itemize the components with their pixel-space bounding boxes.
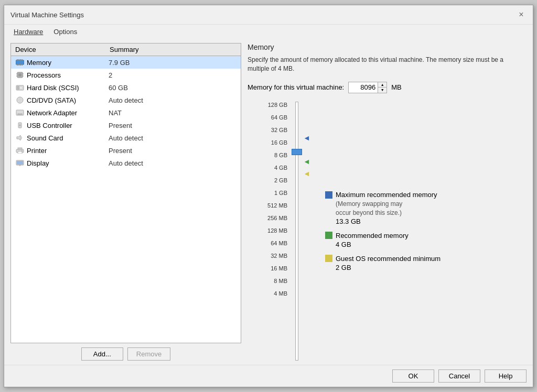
main-content: Device Summary Memory 7.9 GB Processors … bbox=[4, 39, 533, 365]
spin-up-button[interactable]: ▲ bbox=[378, 82, 386, 88]
guest-memory-marker: ◄ bbox=[303, 170, 310, 177]
title-bar: Virtual Machine Settings × bbox=[4, 5, 533, 25]
menu-bar: Hardware Options bbox=[4, 25, 533, 39]
legend-guest-box bbox=[325, 255, 332, 262]
row-summary-network: NAT bbox=[109, 109, 237, 117]
ok-button[interactable]: OK bbox=[392, 369, 434, 383]
scale-label-7: 1 GB bbox=[274, 190, 287, 196]
legend-guest-memory: Guest OS recommended minimum 2 GB bbox=[325, 255, 527, 271]
row-name-usb: USB Controller bbox=[27, 122, 109, 129]
row-name-sound: Sound Card bbox=[27, 134, 109, 142]
col-device-header: Device bbox=[15, 46, 110, 53]
scale-label-13: 16 MB bbox=[271, 265, 287, 271]
svg-rect-4 bbox=[22, 59, 23, 61]
section-title: Memory bbox=[248, 43, 527, 51]
svg-point-30 bbox=[19, 125, 21, 126]
row-name-harddisk: Hard Disk (SCSI) bbox=[27, 84, 109, 92]
scale-label-12: 32 MB bbox=[271, 253, 287, 259]
menu-hardware[interactable]: Hardware bbox=[10, 27, 46, 37]
slider-area: 128 GB64 GB32 GB16 GB8 GB4 GB2 GB1 GB512… bbox=[248, 102, 527, 361]
legend-rec-title: Recommended memory bbox=[336, 232, 409, 239]
virtual-machine-settings-dialog: Virtual Machine Settings × Hardware Opti… bbox=[4, 5, 533, 387]
table-row-sound[interactable]: Sound Card Auto detect bbox=[11, 132, 241, 144]
row-summary-usb: Present bbox=[109, 122, 237, 129]
legend-rec-value: 4 GB bbox=[325, 241, 527, 248]
scale-label-8: 512 MB bbox=[267, 202, 287, 209]
menu-options[interactable]: Options bbox=[50, 27, 80, 37]
table-row-processors[interactable]: Processors 2 bbox=[11, 69, 241, 81]
slider-track-area[interactable]: ◄ ◄ ◄ bbox=[292, 102, 302, 361]
scale-label-5: 4 GB bbox=[274, 165, 287, 171]
scale-label-4: 8 GB bbox=[274, 152, 287, 158]
svg-rect-8 bbox=[22, 64, 23, 66]
legend-max-memory: Maximum recommended memory (Memory swapp… bbox=[325, 191, 527, 225]
svg-point-35 bbox=[22, 150, 23, 151]
col-summary-header: Summary bbox=[110, 46, 237, 53]
row-name-memory: Memory bbox=[27, 59, 109, 67]
table-row-display[interactable]: Display Auto detect bbox=[11, 157, 241, 169]
memory-input[interactable] bbox=[349, 82, 378, 93]
scale-labels: 128 GB64 GB32 GB16 GB8 GB4 GB2 GB1 GB512… bbox=[248, 102, 289, 290]
svg-point-21 bbox=[19, 100, 20, 101]
svg-rect-5 bbox=[17, 64, 18, 66]
legend-guest-header: Guest OS recommended minimum bbox=[325, 255, 527, 263]
table-row-printer[interactable]: Printer Present bbox=[11, 144, 241, 157]
scale-label-1: 64 GB bbox=[271, 114, 287, 121]
row-name-cddvd: CD/DVD (SATA) bbox=[27, 96, 109, 104]
legend-max-box bbox=[325, 191, 332, 199]
memory-input-wrap: ▲ ▼ bbox=[348, 82, 387, 93]
legend-guest-value: 2 GB bbox=[325, 264, 527, 271]
scale-label-11: 64 MB bbox=[271, 240, 287, 246]
scale-label-0: 128 GB bbox=[268, 102, 287, 108]
slider-thumb[interactable] bbox=[292, 149, 302, 155]
remove-button[interactable]: Remove bbox=[127, 347, 170, 361]
scale-label-2: 32 GB bbox=[271, 127, 287, 133]
svg-point-18 bbox=[20, 88, 22, 89]
legend-max-title: Maximum recommended memory bbox=[336, 191, 437, 199]
row-name-network: Network Adapter bbox=[27, 109, 109, 117]
legend-guest-title: Guest OS recommended minimum bbox=[336, 255, 441, 263]
svg-rect-10 bbox=[18, 73, 22, 77]
table-row-network[interactable]: Network Adapter NAT bbox=[11, 106, 241, 119]
svg-rect-2 bbox=[18, 59, 19, 61]
left-panel: Device Summary Memory 7.9 GB Processors … bbox=[10, 43, 241, 361]
close-button[interactable]: × bbox=[516, 9, 527, 20]
svg-marker-31 bbox=[17, 135, 20, 140]
svg-rect-3 bbox=[20, 59, 21, 61]
printer-icon bbox=[15, 147, 25, 154]
spin-buttons: ▲ ▼ bbox=[378, 82, 386, 93]
spin-down-button[interactable]: ▼ bbox=[378, 88, 386, 93]
help-button[interactable]: Help bbox=[485, 369, 527, 383]
add-button[interactable]: Add... bbox=[81, 347, 123, 361]
legend-rec-box bbox=[325, 232, 332, 239]
memory-input-row: Memory for this virtual machine: ▲ ▼ MB bbox=[248, 82, 527, 93]
row-summary-harddisk: 60 GB bbox=[109, 84, 237, 92]
row-name-printer: Printer bbox=[27, 147, 109, 155]
right-panel: Memory Specify the amount of memory allo… bbox=[248, 43, 527, 361]
row-summary-printer: Present bbox=[109, 147, 237, 155]
row-summary-processors: 2 bbox=[109, 71, 237, 79]
cd-icon bbox=[15, 96, 25, 104]
legend-rec-memory: Recommended memory 4 GB bbox=[325, 232, 527, 248]
svg-rect-1 bbox=[17, 59, 18, 61]
scale-label-9: 256 MB bbox=[267, 215, 287, 221]
svg-rect-0 bbox=[16, 60, 24, 64]
max-memory-marker: ◄ bbox=[303, 134, 310, 141]
memory-label: Memory for this virtual machine: bbox=[248, 83, 344, 91]
legend-max-sub: (Memory swapping mayoccur beyond this si… bbox=[325, 200, 527, 217]
scale-label-6: 2 GB bbox=[274, 177, 287, 183]
scale-label-14: 8 MB bbox=[274, 278, 287, 284]
table-row-harddisk[interactable]: Hard Disk (SCSI) 60 GB bbox=[11, 81, 241, 94]
table-row-memory[interactable]: Memory 7.9 GB bbox=[11, 56, 241, 69]
dialog-footer: OK Cancel Help bbox=[4, 365, 533, 387]
table-row-cddvd[interactable]: CD/DVD (SATA) Auto detect bbox=[11, 94, 241, 106]
row-name-display: Display bbox=[27, 159, 109, 167]
svg-rect-34 bbox=[18, 151, 22, 154]
sound-icon bbox=[15, 134, 25, 141]
cancel-button[interactable]: Cancel bbox=[438, 369, 480, 383]
svg-rect-37 bbox=[17, 161, 23, 165]
table-row-usb[interactable]: USB Controller Present bbox=[11, 119, 241, 132]
svg-rect-7 bbox=[20, 64, 21, 66]
section-description: Specify the amount of memory allocated t… bbox=[248, 56, 527, 73]
row-name-processors: Processors bbox=[27, 71, 109, 79]
